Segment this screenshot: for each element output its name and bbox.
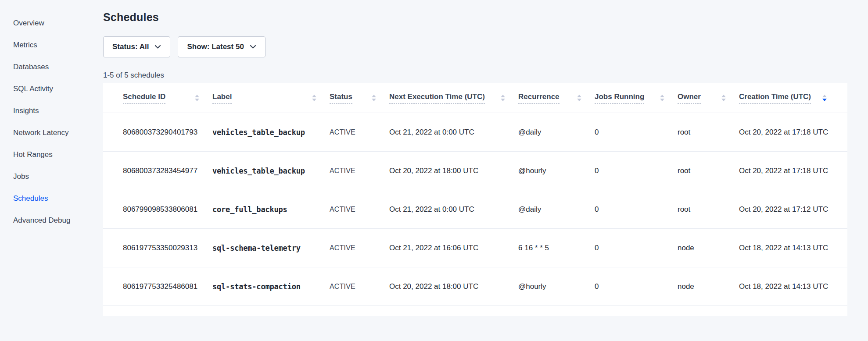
sort-down-arrow-icon (721, 99, 726, 101)
show-filter-label: Show: Latest 50 (187, 43, 244, 51)
column-header-status[interactable]: Status (330, 92, 389, 104)
column-header-label: Label (212, 92, 232, 104)
cell-recurrence: @hourly (518, 282, 595, 291)
sort-down-arrow-icon (660, 99, 664, 101)
cell-recurrence: @daily (518, 128, 595, 137)
column-header-owner[interactable]: Owner (678, 92, 739, 104)
sort-up-arrow-icon (822, 95, 827, 97)
table-row: 806197753325486081sql-stats-compactionAC… (103, 267, 847, 306)
sort-up-arrow-icon (721, 95, 726, 97)
cell-creation-time: Oct 20, 2022 at 17:18 UTC (739, 128, 828, 137)
cell-recurrence: 6 16 * * 5 (518, 244, 595, 252)
cell-jobs-running: 0 (595, 244, 678, 252)
sort-icon[interactable] (195, 95, 199, 101)
column-header-label: Schedule ID (123, 92, 165, 104)
cell-recurrence: @hourly (518, 167, 595, 175)
cell-next-execution: Oct 20, 2022 at 18:00 UTC (389, 282, 518, 291)
sidebar-item-sql-activity[interactable]: SQL Activity (0, 78, 103, 100)
cell-status: ACTIVE (330, 244, 389, 252)
sort-down-arrow-icon (577, 99, 581, 101)
table-header-row: Schedule IDLabelStatusNext Execution Tim… (103, 83, 847, 113)
column-header-label: Owner (678, 92, 701, 104)
sort-icon[interactable] (822, 95, 827, 101)
sort-up-arrow-icon (372, 95, 376, 97)
sidebar-item-metrics[interactable]: Metrics (0, 34, 103, 56)
cell-jobs-running: 0 (595, 167, 678, 175)
sidebar-item-network-latency[interactable]: Network Latency (0, 122, 103, 144)
table-row: 806197753350029313sql-schema-telemetryAC… (103, 229, 847, 267)
results-count: 1-5 of 5 schedules (103, 71, 868, 80)
table-row: 806799098533806081core_full_backupsACTIV… (103, 190, 847, 229)
table-row: 806800373290401793vehicles_table_backupA… (103, 113, 847, 152)
sidebar-item-overview[interactable]: Overview (0, 12, 103, 34)
sort-icon[interactable] (312, 95, 316, 101)
cell-id: 806197753350029313 (123, 244, 212, 252)
cell-jobs-running: 0 (595, 205, 678, 214)
column-header-jobs-running[interactable]: Jobs Running (595, 92, 678, 104)
column-header-next-execution-time[interactable]: Next Execution Time (UTC) (389, 92, 518, 104)
cell-creation-time: Oct 18, 2022 at 14:13 UTC (739, 244, 828, 252)
sort-icon[interactable] (721, 95, 726, 101)
cell-id: 806800373290401793 (123, 128, 212, 137)
status-filter-dropdown[interactable]: Status: All (103, 36, 170, 57)
cell-label: vehicles_table_backup (212, 128, 330, 137)
schedules-table-card: Schedule IDLabelStatusNext Execution Tim… (103, 83, 847, 316)
column-header-schedule-id[interactable]: Schedule ID (123, 92, 212, 104)
chevron-down-icon (250, 45, 256, 49)
table-body: 806800373290401793vehicles_table_backupA… (103, 113, 847, 306)
cell-recurrence: @daily (518, 205, 595, 214)
show-filter-dropdown[interactable]: Show: Latest 50 (178, 36, 265, 57)
sort-up-arrow-icon (312, 95, 316, 97)
cell-label: sql-stats-compaction (212, 282, 330, 291)
cell-next-execution: Oct 20, 2022 at 18:00 UTC (389, 167, 518, 175)
cell-id: 806197753325486081 (123, 282, 212, 291)
sidebar-item-insights[interactable]: Insights (0, 100, 103, 122)
chevron-down-icon (154, 45, 161, 49)
filter-bar: Status: All Show: Latest 50 (103, 36, 868, 57)
cell-next-execution: Oct 21, 2022 at 0:00 UTC (389, 128, 518, 137)
cell-label: vehicles_table_backup (212, 167, 330, 175)
cell-owner: root (678, 128, 739, 137)
sort-up-arrow-icon (195, 95, 199, 97)
cell-next-execution: Oct 21, 2022 at 0:00 UTC (389, 205, 518, 214)
sort-down-arrow-icon (501, 99, 505, 101)
sort-icon[interactable] (577, 95, 581, 101)
sidebar-item-hot-ranges[interactable]: Hot Ranges (0, 144, 103, 166)
sort-up-arrow-icon (577, 95, 581, 97)
column-header-label: Creation Time (UTC) (739, 92, 811, 104)
page-title: Schedules (103, 11, 868, 24)
column-header-label: Recurrence (518, 92, 560, 104)
column-header-recurrence[interactable]: Recurrence (518, 92, 595, 104)
cell-owner: root (678, 167, 739, 175)
column-header-label[interactable]: Label (212, 92, 330, 104)
cell-status: ACTIVE (330, 206, 389, 213)
cell-creation-time: Oct 18, 2022 at 14:13 UTC (739, 282, 828, 291)
sidebar-item-advanced-debug[interactable]: Advanced Debug (0, 210, 103, 231)
main-content: Schedules Status: All Show: Latest 50 1-… (103, 0, 868, 341)
sidebar-nav: OverviewMetricsDatabasesSQL ActivityInsi… (0, 0, 103, 341)
cell-status: ACTIVE (330, 167, 389, 175)
cell-owner: node (678, 282, 739, 291)
sort-icon[interactable] (501, 95, 505, 101)
status-filter-label: Status: All (112, 43, 149, 51)
cell-owner: root (678, 205, 739, 214)
sort-up-arrow-icon (501, 95, 505, 97)
cell-id: 806799098533806081 (123, 205, 212, 214)
column-header-label: Status (330, 92, 352, 104)
cell-creation-time: Oct 20, 2022 at 17:18 UTC (739, 167, 828, 175)
sort-up-arrow-icon (660, 95, 664, 97)
column-header-creation-time[interactable]: Creation Time (UTC) (739, 92, 827, 104)
sidebar-item-databases[interactable]: Databases (0, 56, 103, 78)
sidebar-item-jobs[interactable]: Jobs (0, 166, 103, 188)
sort-icon[interactable] (372, 95, 376, 101)
cell-owner: node (678, 244, 739, 252)
sort-down-arrow-icon (822, 99, 827, 101)
cell-label: sql-schema-telemetry (212, 244, 330, 252)
cell-jobs-running: 0 (595, 282, 678, 291)
sort-down-arrow-icon (372, 99, 376, 101)
cell-status: ACTIVE (330, 128, 389, 136)
sidebar-item-schedules[interactable]: Schedules (0, 188, 103, 210)
sort-icon[interactable] (660, 95, 664, 101)
sort-down-arrow-icon (312, 99, 316, 101)
cell-creation-time: Oct 20, 2022 at 17:12 UTC (739, 205, 828, 214)
